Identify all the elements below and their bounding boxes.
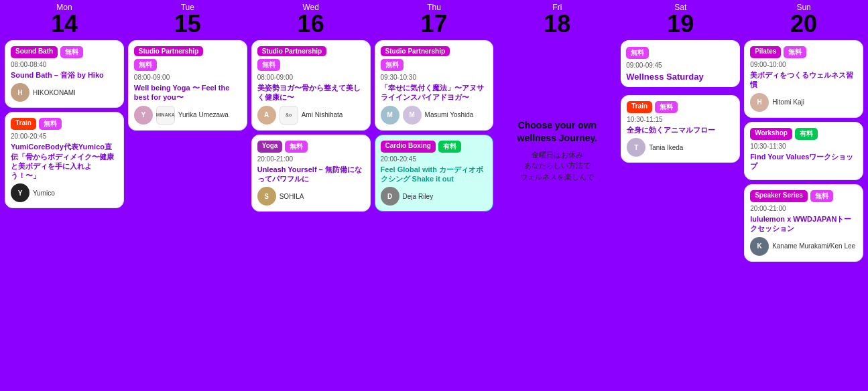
instructor-name: Masumi Yoshida (425, 111, 474, 119)
tag-workshop-paid: 有料 (795, 128, 818, 140)
events-container: 無料09:00-09:45Wellness SaturdayTrain無料10:… (621, 40, 740, 163)
event-time: 10:30-11:15 (627, 116, 734, 123)
avatar: H (750, 93, 769, 112)
instructor-name: Deja Riley (403, 193, 434, 200)
day-number: 15 (174, 12, 201, 36)
avatar: D (381, 187, 399, 206)
tag-cardio: Cardio Boxing (381, 141, 436, 153)
day-number: 20 (790, 12, 817, 36)
event-card[interactable]: Yoga無料20:00-21:00Unleash Yourself – 無防備に… (251, 135, 371, 212)
instructor-row: HHIKOKONAMI (11, 83, 118, 102)
instructor-name: Hitomi Kaji (772, 98, 804, 106)
event-time: 20:00-21:00 (257, 155, 365, 163)
tags-row: Studio Partnership (134, 46, 241, 56)
instructor-name: Yurika Umezawa (178, 111, 229, 119)
partner-logo: &o (280, 106, 298, 125)
tag-pilates: Pilates (750, 46, 781, 58)
day-header: Fri18 (544, 3, 570, 36)
day-header: Sat19 (667, 3, 694, 36)
day-number: 19 (667, 12, 694, 36)
tag-sound-bath: Sound Bath (11, 46, 58, 58)
tags-row: Sound Bath無料 (11, 46, 118, 58)
instructor-row: SSOHILA (257, 187, 365, 206)
day-header: Mon14 (51, 3, 78, 36)
day-header: Sun20 (790, 3, 817, 36)
event-time: 20:00-21:00 (750, 205, 857, 212)
instructor-row: A&oAmi Nishihata (257, 106, 365, 125)
event-card[interactable]: Studio Partnership無料08:00-09:00美姿勢ヨガ〜骨から… (251, 40, 371, 131)
day-number: 14 (51, 12, 78, 36)
instructor-row: YMINAKAYurika Umezawa (134, 106, 241, 125)
event-time: 08:00-09:00 (257, 74, 365, 81)
event-title: 美ボディをつくるウェルネス習慣 (750, 70, 857, 90)
tags-row: Train無料 (11, 118, 118, 130)
avatar: A (257, 106, 276, 125)
tag-studio: Studio Partnership (257, 46, 326, 56)
free-tag: 無料 (626, 47, 649, 59)
event-card[interactable]: Train無料20:00-20:45YumiCoreBody代表Yumico直伝… (5, 112, 124, 208)
day-col-sat: Sat19無料09:00-09:45Wellness SaturdayTrain… (619, 0, 742, 264)
day-col-sun: Sun20Pilates無料09:00-10:00美ボディをつくるウェルネス習慣… (742, 0, 865, 264)
free-day-subtitle: 金曜日はお休みあなたらしい方法でウェルネスを楽しんで (520, 149, 594, 183)
avatar: M (381, 106, 399, 125)
event-title: 「幸せに気付く魔法」〜アヌサライインスパイアドヨガ〜 (381, 83, 488, 102)
instructor-row: DDeja Riley (381, 187, 488, 206)
event-card[interactable]: Studio Partnership無料08:00-09:00Well bein… (128, 40, 247, 131)
event-time: 08:00-08:40 (11, 61, 118, 68)
tags-row: Speaker Series無料 (750, 190, 857, 202)
tags-row: Studio Partnership (257, 46, 365, 56)
events-container: Sound Bath無料08:00-08:40Sound Bath – 音浴 b… (5, 40, 124, 208)
avatar: K (750, 237, 769, 256)
day-header: Tue15 (174, 3, 201, 36)
tag-train: Train (627, 101, 652, 113)
tag-free: 無料 (60, 46, 83, 58)
avatar: H (11, 83, 29, 102)
instructor-row: HHitomi Kaji (750, 93, 857, 112)
tag-workshop: Workshop (750, 128, 792, 140)
tag-speaker: Speaker Series (750, 190, 808, 202)
event-card[interactable]: Workshop有料10:30-11:30Find Your Valuesワーク… (744, 122, 863, 181)
tag-free: 無料 (810, 190, 833, 202)
tag-free: 無料 (257, 59, 280, 71)
day-number: 16 (298, 12, 324, 36)
partner-logo: MINAKA (156, 106, 175, 125)
day-col-thu: Thu17Studio Partnership無料09:30-10:30「幸せに… (373, 0, 496, 264)
tags-row: Yoga無料 (257, 141, 365, 153)
day-number: 18 (544, 12, 570, 36)
events-container: Studio Partnership無料08:00-09:00美姿勢ヨガ〜骨から… (251, 40, 371, 212)
wellness-saturday-card[interactable]: 無料09:00-09:45Wellness Saturday (621, 40, 740, 87)
calendar-grid: Mon14Sound Bath無料08:00-08:40Sound Bath –… (0, 0, 868, 264)
tags-row-2: 無料 (381, 59, 488, 71)
event-title: Find Your Valuesワークショップ (750, 152, 857, 171)
free-day-title: Choose your own wellness Journey. (503, 119, 611, 143)
day-header: Wed16 (298, 3, 324, 36)
tag-yoga: Yoga (257, 141, 283, 153)
instructor-row: YYumico (11, 183, 118, 202)
event-card[interactable]: Train無料10:30-11:15全身に効くアニマルフローTTania Ike… (621, 95, 740, 163)
event-time: 09:00-10:00 (750, 61, 857, 68)
event-card[interactable]: Sound Bath無料08:00-08:40Sound Bath – 音浴 b… (5, 40, 124, 108)
tags-row: Workshop有料 (750, 128, 857, 140)
events-container: Pilates無料09:00-10:00美ボディをつくるウェルネス習慣HHito… (744, 40, 863, 262)
day-col-wed: Wed16Studio Partnership無料08:00-09:00美姿勢ヨ… (249, 0, 373, 264)
tags-row-2: 無料 (257, 59, 365, 71)
avatar: S (257, 187, 276, 206)
tag-train: Train (11, 118, 36, 130)
tag-free: 無料 (784, 46, 806, 58)
event-title: YumiCoreBody代表Yumico直伝「骨からボディメイク〜健康と美ボディ… (11, 142, 118, 180)
event-card[interactable]: Speaker Series無料20:00-21:00lululemon x W… (744, 184, 863, 262)
event-time: 10:30-11:30 (750, 143, 857, 150)
avatar: Y (11, 183, 29, 202)
free-day-message: Choose your own wellness Journey.金曜日はお休み… (497, 40, 617, 262)
event-title: lululemon x WWDJAPANトークセッション (750, 214, 857, 234)
tag-free: 無料 (381, 59, 404, 71)
event-card[interactable]: Pilates無料09:00-10:00美ボディをつくるウェルネス習慣HHito… (744, 40, 863, 118)
co-instructor-avatar: M (403, 106, 422, 125)
tags-row: Cardio Boxing有料 (381, 141, 488, 153)
event-title: Feel Global with カーディオボクシング Shake it out (381, 165, 488, 184)
day-col-tue: Tue15Studio Partnership無料08:00-09:00Well… (126, 0, 249, 264)
instructor-name: Tania Ikeda (649, 144, 683, 151)
instructor-name: SOHILA (280, 193, 304, 200)
event-card[interactable]: Cardio Boxing有料20:00-20:45Feel Global wi… (375, 135, 494, 212)
event-card[interactable]: Studio Partnership無料09:30-10:30「幸せに気付く魔法… (375, 40, 494, 131)
